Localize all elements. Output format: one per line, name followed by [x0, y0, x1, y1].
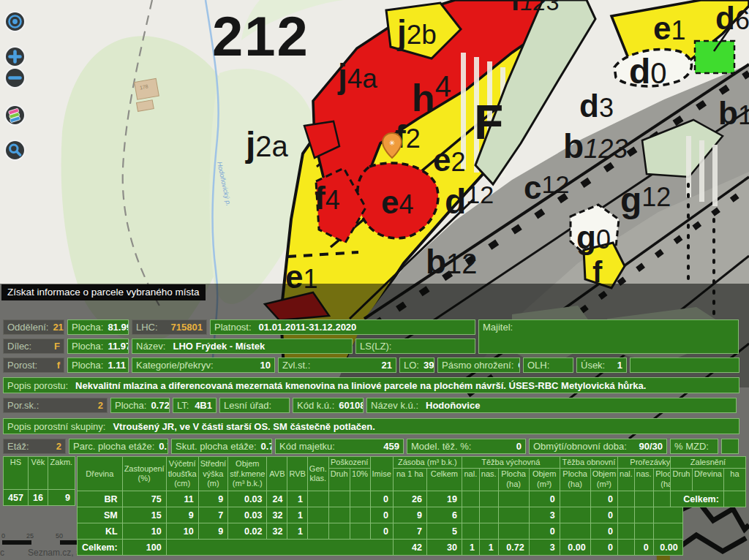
parcel-label: d6: [715, 0, 749, 36]
search-icon: [6, 141, 24, 159]
locate-button[interactable]: [4, 11, 26, 32]
svg-text:✳: ✳: [389, 139, 395, 147]
plus-icon: [6, 48, 24, 66]
col-hs: HS: [4, 457, 29, 490]
stand-summary-table: HS Věk Zakm. 457 16 9: [3, 456, 75, 506]
table-total-row: Celkem:: [671, 491, 746, 507]
parcel-label: d0: [629, 52, 667, 91]
minus-icon: [6, 69, 24, 87]
layers-icon: [6, 106, 24, 125]
afforestation-table: Zalesnění Druh Dřevina ha Celkem:: [670, 456, 746, 507]
zoom-in-button[interactable]: [4, 46, 26, 67]
selected-parcel-highlight: [695, 41, 734, 73]
gps-target-icon: [6, 12, 24, 31]
table-row: BR751190.032410261900: [78, 491, 683, 507]
dilec-letter-label: F: [474, 95, 503, 149]
table-total-row: Celkem:100 4230110.7230.00000.00: [78, 540, 683, 556]
parcel-label: b12: [426, 243, 477, 281]
map-controls: [4, 11, 26, 161]
table-row: SM15970.0332109630: [78, 507, 683, 523]
zoom-out-button[interactable]: [4, 67, 26, 88]
table-row: 457 16 9: [4, 490, 75, 506]
app-window: Hodoňovický p. 178: [0, 0, 749, 560]
col-zakm: Zakm.: [48, 457, 75, 490]
parcel-label: e1: [653, 10, 686, 46]
parcel-label: g0: [576, 219, 611, 255]
parcel-label: e4: [381, 184, 414, 220]
parcel-label: d3: [579, 88, 614, 124]
species-table: Dřevina Zastoupení (%) Výčetní tloušťka …: [77, 456, 683, 556]
search-button[interactable]: [4, 140, 26, 161]
table-row: KL101090.0232107500: [78, 523, 683, 540]
col-vek: Věk: [28, 457, 48, 490]
parcel-label: j2a: [245, 125, 289, 164]
parcel-label: e2: [433, 142, 466, 178]
layers-button[interactable]: [4, 105, 26, 126]
parcel-label: f4: [315, 180, 340, 216]
parcel-label: b1: [718, 95, 749, 131]
parcel-label: f123: [511, 0, 560, 16]
section-number-label: 212: [212, 5, 309, 67]
tooltip: Získat informace o parcele vybraného mís…: [1, 284, 206, 300]
